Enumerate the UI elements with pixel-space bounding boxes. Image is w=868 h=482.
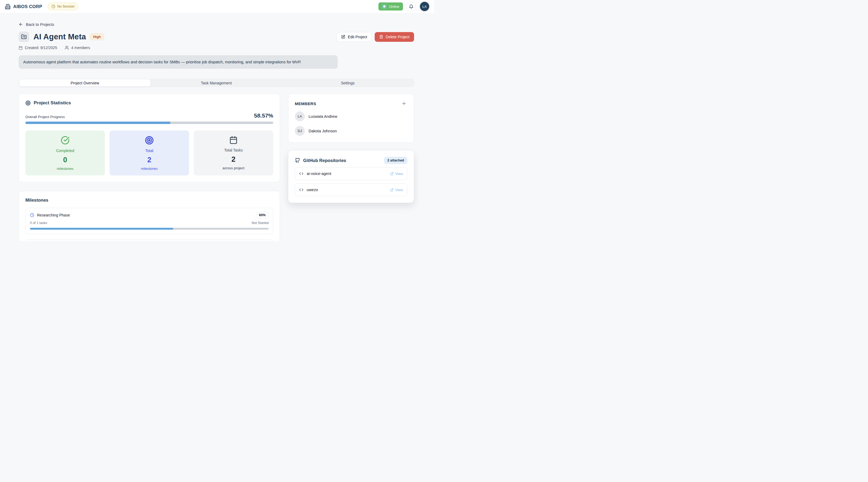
milestone-item: Researching Phase 60% 0 of 1 tasks Not S…	[25, 208, 273, 234]
calendar-icon	[196, 136, 271, 144]
created-date-label: Created: 9/12/2025	[25, 45, 57, 50]
stat-sublabel: milestones	[112, 167, 186, 171]
brand: AIBOS CORP	[5, 4, 42, 9]
repo-name: ai-voice-agent	[307, 171, 331, 176]
edit-project-label: Edit Project	[348, 35, 367, 39]
code-icon	[299, 188, 304, 192]
user-avatar[interactable]: LA	[420, 2, 429, 11]
milestones-card: Milestones Researching Phase 60% 0 of 1 …	[19, 191, 280, 241]
project-description: Autonomous agent platform that automates…	[19, 55, 338, 69]
members-title: MEMBERS	[295, 101, 316, 106]
page-content: Back to Projects AI Agent Meta High Edit…	[0, 13, 434, 241]
stats-card-header: Project Statistics	[25, 100, 273, 106]
repo-view-link[interactable]: View	[390, 172, 403, 176]
tab-settings[interactable]: Settings	[282, 79, 413, 87]
online-status-label: Online	[389, 5, 399, 9]
repo-name: uwezo	[307, 188, 318, 192]
folder-kanban-icon	[19, 32, 29, 42]
member-avatar: LA	[295, 111, 305, 121]
milestone-header: Researching Phase 60%	[30, 212, 269, 218]
milestone-percent-badge: 60%	[256, 212, 269, 218]
stat-sublabel: across project	[196, 166, 271, 170]
clock-icon	[30, 213, 34, 217]
back-link-label: Back to Projects	[26, 22, 54, 27]
stat-value: 0	[28, 156, 102, 164]
overall-progress-label: Overall Project Progress	[25, 115, 65, 119]
add-member-button[interactable]	[401, 100, 407, 107]
title-row: AI Agent Meta High Edit Project Delete P…	[19, 32, 414, 42]
member-avatar: DJ	[295, 126, 305, 136]
title-actions: Edit Project Delete Project	[337, 32, 414, 42]
code-icon	[299, 171, 304, 176]
calendar-icon	[19, 46, 23, 50]
target-icon	[112, 136, 186, 145]
stat-card-total-tasks: Total Tasks 2 across project	[194, 130, 273, 175]
stat-grid: Completed 0 milestones Total 2 milestone…	[25, 130, 273, 175]
main-columns: Project Statistics Overall Project Progr…	[19, 94, 414, 241]
online-status-button[interactable]: Online	[378, 2, 403, 10]
project-statistics-card: Project Statistics Overall Project Progr…	[19, 94, 280, 182]
meta-row: Created: 9/12/2025 4 members	[19, 45, 414, 50]
view-link-label: View	[395, 188, 403, 192]
github-repositories-card: GitHub Repositories 2 attached ai-voice-…	[288, 150, 414, 203]
milestones-title: Milestones	[25, 198, 273, 203]
notifications-button[interactable]	[406, 2, 416, 11]
delete-project-button[interactable]: Delete Project	[375, 32, 414, 42]
milestone-subrow: 0 of 1 tasks Not Started	[30, 221, 269, 225]
left-column: Project Statistics Overall Project Progr…	[19, 94, 280, 241]
page-title: AI Agent Meta	[33, 32, 86, 41]
session-badge: No Session	[48, 3, 79, 10]
top-bar-right: Online LA	[378, 2, 429, 11]
external-link-icon	[390, 172, 394, 175]
milestone-progress-bar	[30, 228, 269, 230]
tab-bar: Project Overview Task Management Setting…	[19, 79, 414, 87]
users-icon	[65, 45, 69, 50]
repo-row: ai-voice-agent View	[295, 167, 407, 180]
member-name: Dakota Johnson	[309, 129, 337, 133]
status-dot-icon	[382, 4, 386, 9]
stat-sublabel: milestones	[28, 167, 102, 171]
repo-view-link[interactable]: View	[390, 188, 403, 192]
github-card-header: GitHub Repositories 2 attached	[295, 157, 407, 164]
right-column: MEMBERS LA Luswata Andrew DJ Dakota John…	[288, 94, 414, 203]
stat-card-total: Total 2 milestones	[110, 130, 189, 175]
back-link[interactable]: Back to Projects	[19, 22, 54, 27]
members-header: MEMBERS	[295, 100, 407, 107]
overall-progress-bar	[25, 122, 273, 124]
milestone-progress-fill	[30, 228, 173, 230]
view-link-label: View	[395, 172, 403, 176]
delete-project-label: Delete Project	[386, 35, 409, 39]
overall-progress-row: Overall Project Progress 58.57%	[25, 113, 273, 119]
edit-project-button[interactable]: Edit Project	[337, 32, 372, 42]
member-row: DJ Dakota Johnson	[295, 126, 407, 136]
milestone-name: Researching Phase	[37, 213, 70, 217]
bell-icon	[409, 4, 413, 9]
members-card: MEMBERS LA Luswata Andrew DJ Dakota John…	[288, 94, 414, 142]
tab-task-management[interactable]: Task Management	[151, 79, 282, 87]
priority-badge: High	[90, 33, 104, 40]
stat-card-completed: Completed 0 milestones	[25, 130, 105, 175]
member-name: Luswata Andrew	[309, 114, 337, 119]
arrow-left-icon	[19, 22, 23, 27]
top-bar: AIBOS CORP No Session Online LA	[0, 0, 434, 13]
building-icon	[5, 4, 10, 9]
repo-row: uwezo View	[295, 183, 407, 196]
members-count: 4 members	[65, 45, 90, 50]
overall-progress-fill	[25, 122, 170, 124]
github-icon	[295, 158, 300, 163]
stat-value: 2	[196, 155, 271, 164]
trash-icon	[379, 35, 383, 39]
target-icon	[25, 100, 31, 106]
milestone-status: Not Started	[252, 221, 269, 225]
stat-label: Completed	[28, 149, 102, 153]
check-circle-icon	[28, 136, 102, 145]
stat-label: Total Tasks	[196, 148, 271, 152]
plus-icon	[401, 101, 407, 106]
members-count-label: 4 members	[71, 45, 90, 50]
brand-name: AIBOS CORP	[13, 4, 42, 9]
session-badge-label: No Session	[58, 5, 75, 8]
overall-progress-value: 58.57%	[254, 113, 273, 119]
tab-project-overview[interactable]: Project Overview	[19, 79, 151, 87]
clock-icon	[52, 5, 55, 8]
stat-value: 2	[112, 156, 186, 164]
